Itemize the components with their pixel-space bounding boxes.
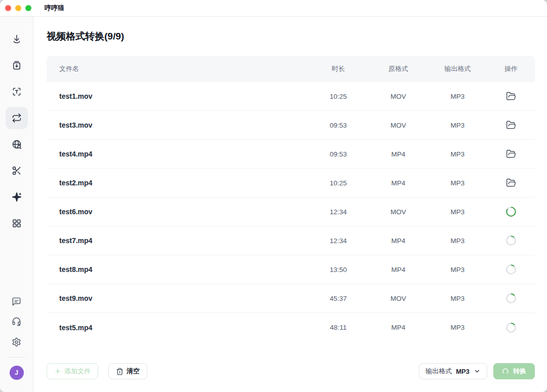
file-name: test7.mp4 <box>47 237 308 245</box>
sidebar-item-feedback[interactable] <box>8 292 26 310</box>
titlebar: 哼哼猫 <box>0 0 547 17</box>
file-output-format: MP3 <box>428 122 487 129</box>
gear-icon <box>12 337 21 347</box>
loading-spinner-icon <box>502 368 509 375</box>
table-header: 文件名 时长 原格式 输出格式 操作 <box>47 56 535 82</box>
folder-open-icon <box>506 149 516 159</box>
row-action <box>487 293 535 304</box>
folder-open-icon <box>506 91 516 101</box>
footer-toolbar: 添加文件 清空 输出格式 MP3 转换 <box>47 363 535 379</box>
file-output-format: MP3 <box>428 295 487 302</box>
sparkles-icon <box>12 192 22 202</box>
file-name: test4.mp4 <box>47 150 308 158</box>
open-folder-button[interactable] <box>506 178 516 188</box>
file-name: test9.mov <box>47 294 308 302</box>
file-source-format: MOV <box>369 93 428 100</box>
sidebar: J <box>0 17 33 392</box>
file-table: 文件名 时长 原格式 输出格式 操作 test1.mov10:25MOVMP3t… <box>47 56 535 342</box>
file-duration: 48:11 <box>308 324 369 331</box>
file-source-format: MP4 <box>369 237 428 245</box>
open-folder-button[interactable] <box>506 120 516 130</box>
add-files-label: 添加文件 <box>64 367 91 376</box>
file-duration: 10:25 <box>308 93 369 100</box>
progress-ring <box>505 206 517 217</box>
convert-label: 转换 <box>513 367 526 376</box>
file-output-format: MP3 <box>428 93 487 100</box>
traffic-lights <box>0 5 31 11</box>
file-duration: 12:34 <box>308 237 369 245</box>
chevron-down-icon <box>474 368 481 375</box>
file-output-format: MP3 <box>428 208 487 216</box>
file-output-format: MP3 <box>428 324 487 331</box>
file-duration: 09:53 <box>308 150 369 158</box>
column-source-format: 原格式 <box>369 64 428 73</box>
open-folder-button[interactable] <box>506 149 516 159</box>
table-row: test9.mov45:37MOVMP3 <box>47 284 535 313</box>
row-action <box>487 322 535 333</box>
sidebar-item-settings[interactable] <box>8 333 26 351</box>
output-format-label: 输出格式 <box>425 367 452 376</box>
archive-download-icon <box>12 60 22 70</box>
table-row: test8.mp413:50MP4MP3 <box>47 255 535 284</box>
file-source-format: MOV <box>369 208 428 216</box>
minimize-window-button[interactable] <box>15 5 21 11</box>
table-row: test7.mp412:34MP4MP3 <box>47 226 535 255</box>
column-output-format: 输出格式 <box>428 64 487 73</box>
globe-search-icon <box>12 139 22 149</box>
close-window-button[interactable] <box>5 5 11 11</box>
text-scan-icon <box>12 87 22 97</box>
file-name: test1.mov <box>47 92 308 100</box>
message-icon <box>12 297 21 306</box>
file-duration: 13:50 <box>308 266 369 273</box>
folder-open-icon <box>506 178 516 188</box>
sidebar-item-web-search[interactable] <box>6 133 28 155</box>
file-name: test3.mov <box>47 121 308 129</box>
file-name: test6.mov <box>47 208 308 216</box>
row-action <box>487 235 535 246</box>
file-name: test8.mp4 <box>47 265 308 273</box>
row-action <box>487 206 535 217</box>
progress-ring <box>505 293 517 304</box>
convert-button[interactable]: 转换 <box>493 363 535 379</box>
column-filename: 文件名 <box>47 64 308 73</box>
table-row: test5.mp448:11MP4MP3 <box>47 313 535 342</box>
sidebar-item-apps[interactable] <box>6 212 28 234</box>
avatar[interactable]: J <box>10 366 24 380</box>
add-files-button[interactable]: 添加文件 <box>47 363 98 379</box>
clear-label: 清空 <box>127 367 140 376</box>
file-output-format: MP3 <box>428 266 487 273</box>
file-source-format: MP4 <box>369 324 428 331</box>
file-source-format: MP4 <box>369 266 428 273</box>
file-duration: 10:25 <box>308 179 369 187</box>
grid-icon <box>12 218 22 228</box>
download-icon <box>12 34 22 44</box>
file-output-format: MP3 <box>428 179 487 187</box>
sidebar-item-archive-download[interactable] <box>6 54 28 76</box>
scissors-icon <box>12 166 22 176</box>
file-name: test2.mp4 <box>47 179 308 187</box>
clear-button[interactable]: 清空 <box>108 363 147 379</box>
sidebar-item-ai-tools[interactable] <box>6 186 28 208</box>
row-action <box>487 149 535 159</box>
headset-icon <box>12 317 21 327</box>
open-folder-button[interactable] <box>506 91 516 101</box>
sidebar-item-clip[interactable] <box>6 160 28 182</box>
page-title: 视频格式转换(9/9) <box>47 30 535 43</box>
progress-ring <box>505 264 517 275</box>
app-window: 哼哼猫 <box>0 0 547 392</box>
table-row: test2.mp410:25MP4MP3 <box>47 169 535 198</box>
row-action <box>487 91 535 101</box>
progress-ring <box>505 322 517 333</box>
sidebar-item-download[interactable] <box>6 28 28 50</box>
file-source-format: MOV <box>369 295 428 302</box>
table-row: test3.mov09:53MOVMP3 <box>47 111 535 140</box>
output-format-select[interactable]: 输出格式 MP3 <box>419 363 487 379</box>
plus-icon <box>54 368 61 375</box>
row-action <box>487 120 535 130</box>
sidebar-item-support[interactable] <box>8 312 26 331</box>
sidebar-item-format-convert[interactable] <box>6 107 28 129</box>
zoom-window-button[interactable] <box>25 5 31 11</box>
sidebar-item-text-extract[interactable] <box>6 81 28 103</box>
file-source-format: MP4 <box>369 150 428 158</box>
main-content: 视频格式转换(9/9) 文件名 时长 原格式 输出格式 操作 test1.mov… <box>33 17 547 392</box>
